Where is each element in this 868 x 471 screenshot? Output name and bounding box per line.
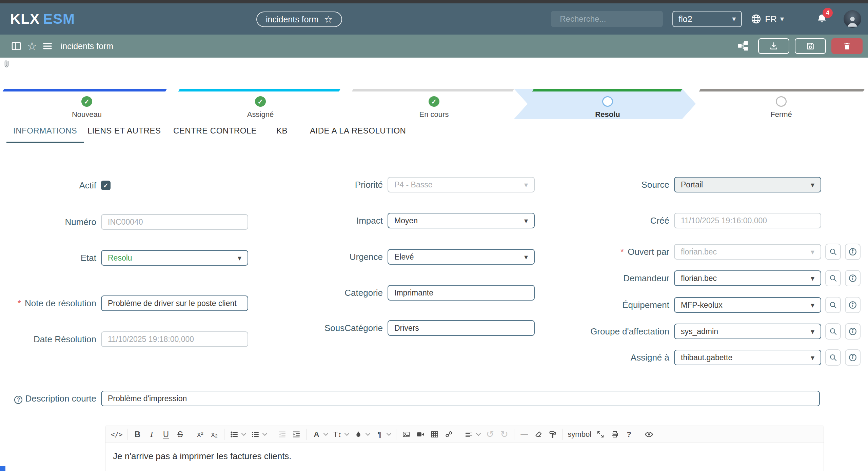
- editor-subscript-button[interactable]: x₂: [207, 427, 221, 442]
- editor-help-button[interactable]: ?: [622, 427, 636, 442]
- editor-numbered-list-button[interactable]: [248, 427, 262, 442]
- editor-superscript-button[interactable]: x²: [193, 427, 207, 442]
- editor-preview-button[interactable]: [642, 427, 656, 442]
- chevron-down-icon[interactable]: [262, 431, 267, 436]
- tab-liens-et-autres[interactable]: LIENS ET AUTRES: [87, 126, 161, 142]
- editor-align-button[interactable]: [462, 427, 476, 442]
- search-icon: [829, 327, 837, 335]
- editor-font-size-button[interactable]: T↕: [330, 427, 344, 442]
- favorite-star-icon[interactable]: [324, 14, 333, 25]
- tab-aide-a-la-resolution[interactable]: AIDE A LA RESOLUTION: [310, 126, 406, 142]
- editor-insert-link-button[interactable]: [442, 427, 456, 442]
- categorie-input[interactable]: Imprimante: [388, 285, 535, 301]
- chevron-down-icon[interactable]: [387, 431, 391, 436]
- form-pill[interactable]: incidents form: [256, 12, 342, 27]
- demandeur-search-button[interactable]: [825, 270, 841, 286]
- editor-bullet-list-button[interactable]: [227, 427, 241, 442]
- editor-indent-button[interactable]: [289, 427, 303, 442]
- editor-format-painter-button[interactable]: [546, 427, 560, 442]
- user-avatar[interactable]: [844, 10, 861, 28]
- editor-horizontal-rule-button[interactable]: —: [517, 427, 531, 442]
- chevron-down-icon[interactable]: [323, 431, 328, 436]
- app-logo[interactable]: KLXESM: [10, 11, 75, 27]
- toolbar-separator: [190, 429, 190, 440]
- editor-code-view-button[interactable]: </>: [109, 427, 124, 442]
- editor-highlight-color-button[interactable]: [351, 427, 366, 442]
- source-select[interactable]: Portail: [674, 177, 821, 192]
- tab-kb[interactable]: KB: [276, 126, 288, 142]
- search-input[interactable]: [560, 14, 665, 24]
- field-etat: Etat Resolu: [3, 250, 248, 266]
- impact-select[interactable]: Moyen: [388, 213, 535, 228]
- urgence-select[interactable]: Elevé: [388, 249, 535, 265]
- chevron-down-icon[interactable]: [344, 431, 349, 436]
- editor-insert-video-button[interactable]: [413, 427, 428, 442]
- notifications-button[interactable]: 4: [816, 13, 827, 25]
- ouvert-par-info-button[interactable]: [845, 244, 861, 260]
- editor-insert-image-button[interactable]: [399, 427, 413, 442]
- save-button[interactable]: [795, 38, 826, 54]
- editor-font-color-button[interactable]: A: [309, 427, 323, 442]
- attachments-button[interactable]: [2, 59, 12, 69]
- menu-button[interactable]: [42, 41, 53, 51]
- editor-strikethrough-button[interactable]: S: [173, 427, 187, 442]
- chevron-down-icon[interactable]: [366, 431, 370, 436]
- editor-print-button[interactable]: [608, 427, 622, 442]
- delete-button[interactable]: [831, 38, 863, 54]
- field-assigne-a: Assigné à thibaut.gabette: [576, 350, 861, 365]
- step-assigne[interactable]: Assigné: [174, 89, 347, 119]
- demandeur-info-button[interactable]: [845, 270, 861, 286]
- groupe-affectation-select[interactable]: sys_admin: [674, 324, 821, 339]
- info-icon: [848, 274, 857, 283]
- editor-italic-button[interactable]: I: [144, 427, 159, 442]
- editor-underline-button[interactable]: U: [159, 427, 173, 442]
- editor-symbol-button[interactable]: symbol: [566, 427, 593, 442]
- groupe-affectation-info-button[interactable]: [845, 323, 861, 340]
- editor-fullscreen-button[interactable]: [593, 427, 608, 442]
- editor-content[interactable]: Je n'arrive pas à imprimer les factures …: [105, 443, 824, 470]
- step-nouveau[interactable]: Nouveau: [0, 89, 174, 119]
- toolbar-separator: [396, 429, 396, 440]
- tab-informations[interactable]: INFORMATIONS: [6, 126, 84, 143]
- help-icon[interactable]: ?: [14, 396, 22, 404]
- tab-centre-controle[interactable]: CENTRE CONTROLE: [173, 126, 257, 142]
- souscategorie-input[interactable]: Drivers: [388, 320, 535, 336]
- numbered-list-icon: [251, 430, 259, 438]
- step-resolu[interactable]: Resolu: [521, 89, 694, 119]
- assigne-a-info-button[interactable]: [845, 349, 861, 366]
- field-impact: Impact Moyen: [290, 213, 535, 228]
- equipement-search-button[interactable]: [825, 297, 841, 313]
- toggle-panel-button[interactable]: [11, 41, 22, 52]
- editor-redo-button[interactable]: [497, 427, 511, 442]
- editor-outdent-button[interactable]: [275, 427, 289, 442]
- editor-clear-formatting-button[interactable]: [531, 427, 546, 442]
- workspace-select[interactable]: flo2: [672, 11, 742, 27]
- groupe-affectation-search-button[interactable]: [825, 323, 841, 340]
- droplet-icon: [355, 431, 362, 438]
- assigne-a-search-button[interactable]: [825, 349, 841, 366]
- editor-insert-table-button[interactable]: [428, 427, 442, 442]
- editor-paragraph-format-button[interactable]: ¶: [372, 427, 387, 442]
- align-left-icon: [465, 430, 473, 438]
- global-search[interactable]: [551, 11, 663, 27]
- demandeur-select[interactable]: florian.bec: [674, 270, 821, 286]
- editor-bold-button[interactable]: B: [130, 427, 144, 442]
- step-check-icon: [255, 96, 266, 107]
- favorite-star-button[interactable]: [27, 40, 37, 53]
- note-resolution-input[interactable]: Problème de driver sur le poste client: [101, 295, 248, 311]
- assigne-a-select[interactable]: thibaut.gabette: [674, 350, 821, 365]
- step-ferme[interactable]: Fermé: [694, 89, 868, 119]
- language-select[interactable]: FR: [751, 14, 784, 24]
- etat-select[interactable]: Resolu: [101, 250, 248, 266]
- chevron-down-icon[interactable]: [476, 431, 481, 436]
- description-courte-input[interactable]: Problème d'impression: [101, 391, 820, 406]
- ouvert-par-search-button[interactable]: [825, 244, 841, 260]
- workflow-button[interactable]: [737, 40, 749, 52]
- step-en-cours[interactable]: En cours: [347, 89, 521, 119]
- equipement-info-button[interactable]: [845, 297, 861, 313]
- export-button[interactable]: [758, 38, 789, 54]
- chevron-down-icon[interactable]: [241, 431, 246, 436]
- equipement-select[interactable]: MFP-keolux: [674, 297, 821, 313]
- actif-checkbox[interactable]: [101, 181, 111, 190]
- editor-undo-button[interactable]: [483, 427, 497, 442]
